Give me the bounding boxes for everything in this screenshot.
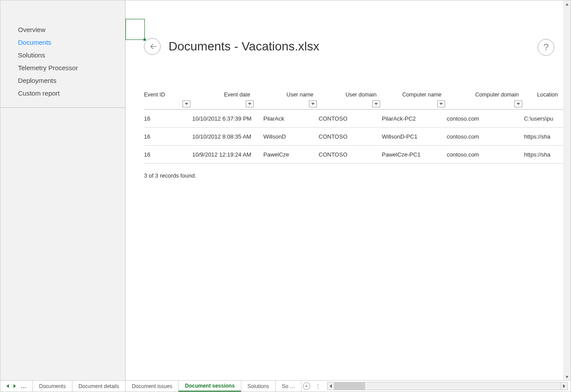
tab-nav-controls: … <box>0 381 32 392</box>
sidebar-item-solutions[interactable]: Solutions <box>0 49 125 61</box>
cell-event-id: 16 <box>144 151 192 158</box>
filter-computer-domain[interactable] <box>514 100 522 107</box>
filter-user-domain[interactable] <box>372 100 380 107</box>
content-pane: Documents - Vacations.xlsx ? Event ID Ev… <box>126 0 563 381</box>
horizontal-scrollbar[interactable] <box>327 382 568 390</box>
col-event-date: Event date <box>192 92 255 109</box>
new-sheet-button[interactable]: + <box>301 381 312 392</box>
arrow-left-icon <box>148 43 156 50</box>
sidebar: Overview Documents Solutions Telemetry P… <box>0 0 126 381</box>
page-title: Documents - Vacations.xlsx <box>169 39 319 53</box>
tab-document-details[interactable]: Document details <box>72 381 126 392</box>
tab-scroll-left[interactable] <box>4 384 11 388</box>
cell-computer-domain: contoso.com <box>447 133 524 140</box>
chevron-down-icon <box>374 103 378 105</box>
sidebar-nav: Overview Documents Solutions Telemetry P… <box>0 19 125 100</box>
tab-more-icon[interactable]: … <box>18 383 29 389</box>
vertical-scrollbar[interactable] <box>563 0 571 381</box>
worksheet-tab-strip: … Documents Document details Document is… <box>0 380 571 392</box>
tab-options-icon[interactable]: ⋮ <box>312 381 324 392</box>
filter-user-name[interactable] <box>309 100 317 107</box>
sidebar-item-deployments[interactable]: Deployments <box>0 74 125 87</box>
cell-user-name: PawelCze <box>255 151 319 158</box>
filter-computer-name[interactable] <box>437 100 445 107</box>
cell-user-name: PilarAck <box>255 115 319 122</box>
cell-event-date: 10/9/2012 12:19:24 AM <box>192 151 255 158</box>
cell-computer-domain: contoso.com <box>447 115 524 122</box>
cell-location: C:\users\pu <box>524 115 563 122</box>
scroll-down-icon[interactable] <box>563 373 571 381</box>
help-button[interactable]: ? <box>538 39 554 56</box>
record-count-status: 3 of 3 records found. <box>144 172 196 179</box>
sidebar-item-custom-report[interactable]: Custom report <box>0 87 125 100</box>
cell-computer-name: PilarAck-PC2 <box>382 115 447 122</box>
cell-location: https://sha <box>524 133 563 140</box>
col-user-domain: User domain <box>319 92 382 109</box>
cell-computer-name: WillsonD-PC1 <box>382 133 447 140</box>
tab-solutions[interactable]: Solutions <box>241 381 276 392</box>
col-computer-name: Computer name <box>382 92 447 109</box>
hscroll-right-icon[interactable] <box>560 382 568 390</box>
col-event-id: Event ID <box>144 92 192 109</box>
table-row[interactable]: 16 10/10/2012 6:37:39 PM PilarAck CONTOS… <box>144 110 563 128</box>
active-cell-indicator[interactable] <box>126 19 145 40</box>
cell-event-date: 10/10/2012 6:37:39 PM <box>192 115 255 122</box>
app-window: Overview Documents Solutions Telemetry P… <box>0 0 571 392</box>
hscroll-left-icon[interactable] <box>327 382 334 390</box>
question-icon: ? <box>543 42 549 53</box>
tab-truncated[interactable]: So … <box>275 381 302 392</box>
tab-scroll-right[interactable] <box>11 384 18 388</box>
chevron-down-icon <box>248 103 251 105</box>
cell-event-date: 10/10/2012 8:08:35 AM <box>192 133 255 140</box>
cell-computer-name: PawelCze-PC1 <box>382 151 447 158</box>
cell-event-id: 16 <box>144 133 192 140</box>
tab-documents[interactable]: Documents <box>32 381 72 392</box>
chevron-down-icon <box>439 103 443 105</box>
sidebar-item-documents[interactable]: Documents <box>0 36 125 49</box>
table-row[interactable]: 16 10/9/2012 12:19:24 AM PawelCze CONTOS… <box>144 146 563 164</box>
col-computer-domain: Computer domain <box>447 92 524 109</box>
filter-event-date[interactable] <box>246 100 254 107</box>
table-row[interactable]: 16 10/10/2012 8:08:35 AM WillsonD CONTOS… <box>144 128 563 146</box>
sidebar-item-overview[interactable]: Overview <box>0 23 125 36</box>
back-button[interactable] <box>144 38 161 55</box>
page-header: Documents - Vacations.xlsx <box>144 38 554 55</box>
sidebar-item-telemetry-processor[interactable]: Telemetry Processor <box>0 61 125 74</box>
sessions-table: Event ID Event date User name User domai… <box>144 88 563 164</box>
tab-document-issues[interactable]: Document issues <box>125 381 179 392</box>
plus-icon: + <box>303 382 310 390</box>
cell-event-id: 16 <box>144 115 192 122</box>
scroll-up-icon[interactable] <box>563 0 571 8</box>
filter-event-id[interactable] <box>183 100 190 107</box>
col-user-name: User name <box>255 92 319 109</box>
hscroll-track[interactable] <box>334 382 560 390</box>
cell-computer-domain: contoso.com <box>447 151 524 158</box>
tab-document-sessions[interactable]: Document sessions <box>178 381 241 392</box>
col-location: Location <box>524 92 563 109</box>
cell-user-domain: CONTOSO <box>319 133 382 140</box>
chevron-down-icon <box>517 103 520 105</box>
cell-user-domain: CONTOSO <box>319 151 382 158</box>
cell-user-name: WillsonD <box>255 133 319 140</box>
cell-user-domain: CONTOSO <box>319 115 382 122</box>
chevron-down-icon <box>311 103 315 105</box>
chevron-down-icon <box>185 103 188 105</box>
hscroll-thumb[interactable] <box>334 382 365 390</box>
cell-location: https://sha <box>524 151 563 158</box>
table-header: Event ID Event date User name User domai… <box>144 88 563 110</box>
